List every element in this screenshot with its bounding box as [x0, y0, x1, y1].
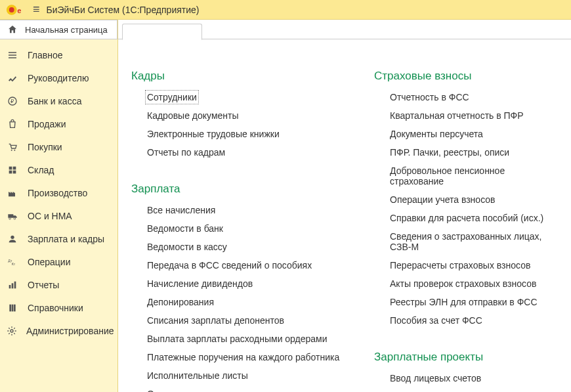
home-tab[interactable]: Начальная страница	[0, 20, 117, 39]
sidebar-item-0[interactable]: Главное	[0, 43, 117, 66]
sidebar-item-11[interactable]: Справочники	[0, 296, 117, 319]
truck-icon	[7, 210, 18, 222]
dtkt-icon: ДтКт	[7, 256, 18, 268]
sidebar-item-label: Операции	[28, 257, 71, 267]
gear-icon	[7, 325, 17, 337]
sidebar-item-label: Главное	[28, 50, 63, 60]
svg-point-1	[9, 7, 14, 12]
svg-rect-16	[9, 285, 11, 288]
menu-link[interactable]: Добровольное пенсионное страхование	[390, 165, 558, 186]
svg-text:e: e	[17, 6, 21, 14]
menu-link[interactable]: Передача в ФСС сведений о пособиях	[147, 260, 312, 271]
menu-link[interactable]: Ведомости в банк	[147, 223, 223, 234]
svg-rect-8	[13, 166, 16, 169]
svg-rect-17	[12, 283, 14, 288]
menu-link[interactable]: Сотрудники	[147, 92, 197, 102]
trend-icon	[7, 72, 18, 84]
bag-icon	[7, 118, 18, 130]
menu-link[interactable]: Сведения о застрахованных лицах, СЗВ-М	[390, 231, 558, 252]
svg-point-5	[11, 149, 12, 150]
sidebar-item-10[interactable]: Отчеты	[0, 273, 117, 296]
sidebar-item-label: ОС и НМА	[28, 211, 72, 221]
person-icon	[7, 233, 18, 245]
svg-point-11	[9, 217, 11, 219]
svg-text:Кт: Кт	[12, 262, 16, 266]
menu-link[interactable]: Перерасчеты страховых взносов	[390, 260, 530, 271]
menu-link[interactable]: Депонирования	[147, 297, 214, 307]
svg-point-12	[14, 217, 16, 219]
menu-link[interactable]: Пособия за счет ФСС	[390, 315, 482, 326]
chart-icon	[7, 279, 18, 291]
sidebar-item-label: Зарплата и кадры	[28, 234, 104, 244]
main-menu-icon[interactable]: ≡	[33, 3, 40, 16]
svg-point-13	[11, 235, 14, 238]
menu-link[interactable]: Ведомости в кассу	[147, 242, 227, 252]
menu-link[interactable]: Отчеты по кадрам	[147, 147, 225, 158]
sidebar-item-1[interactable]: Руководителю	[0, 66, 117, 89]
sidebar-item-5[interactable]: Склад	[0, 158, 117, 181]
app-title: БиЭйчБи Систем (1С:Предприятие)	[47, 5, 200, 15]
sidebar-item-label: Склад	[28, 165, 54, 175]
svg-rect-18	[14, 281, 16, 288]
sidebar-item-6[interactable]: Производство	[0, 181, 117, 204]
ruble-icon: ₽	[7, 95, 18, 107]
sidebar-item-label: Руководителю	[28, 73, 89, 83]
factory-icon	[7, 187, 18, 199]
main-area: Кадры СотрудникиКадровые документыЭлектр…	[118, 20, 571, 392]
section-vznosy[interactable]: Страховые взносы	[374, 70, 558, 83]
menu-link[interactable]: Списания зарплаты депонентов	[147, 315, 284, 326]
logo-1c-icon: e	[5, 3, 26, 17]
sidebar-item-8[interactable]: Зарплата и кадры	[0, 227, 117, 250]
menu-icon	[7, 49, 18, 61]
home-tab-label: Начальная страница	[25, 25, 108, 35]
menu-link[interactable]: Электронные трудовые книжки	[147, 129, 280, 139]
sidebar-item-label: Справочники	[28, 303, 83, 313]
sidebar-item-4[interactable]: Покупки	[0, 135, 117, 158]
section-zarplata[interactable]: Зарплата	[131, 183, 348, 196]
home-icon	[7, 24, 18, 35]
sidebar-item-3[interactable]: Продажи	[0, 112, 117, 135]
menu-link[interactable]: Справки для расчета пособий (исх.)	[390, 213, 543, 223]
menu-link[interactable]: Ввод лицевых счетов	[390, 373, 481, 383]
menu-link[interactable]: Реестры ЭЛН для отправки в ФСС	[390, 297, 538, 307]
svg-rect-9	[9, 170, 12, 173]
svg-rect-21	[14, 304, 16, 311]
sidebar-item-label: Банк и касса	[28, 96, 81, 106]
menu-link[interactable]: Кадровые документы	[147, 110, 239, 121]
svg-rect-19	[9, 304, 11, 311]
sidebar-item-7[interactable]: ОС и НМА	[0, 204, 117, 227]
menu-link[interactable]: Операции учета взносов	[390, 194, 496, 205]
tab-strip	[118, 20, 571, 39]
sidebar-item-9[interactable]: ДтКтОперации	[0, 250, 117, 273]
menu-link[interactable]: Выплата зарплаты расходными ордерами	[147, 334, 328, 344]
svg-rect-10	[13, 170, 16, 173]
menu-link[interactable]: Начисление дивидендов	[147, 278, 253, 289]
menu-link[interactable]: Все начисления	[147, 205, 215, 215]
menu-link[interactable]: ПФР. Пачки, реестры, описи	[390, 147, 509, 158]
svg-rect-7	[9, 166, 12, 169]
sidebar-item-label: Покупки	[28, 142, 62, 152]
titlebar: e ≡ БиЭйчБи Систем (1С:Предприятие)	[0, 0, 571, 20]
svg-point-6	[14, 149, 15, 150]
menu-link[interactable]: Платежные поручения на каждого работника	[147, 352, 339, 362]
books-icon	[7, 302, 18, 314]
sidebar-item-label: Администрирование	[26, 326, 114, 336]
menu-link[interactable]: Отчеты по зарплате	[147, 389, 233, 392]
menu-link[interactable]: Отчетность в ФСС	[390, 92, 469, 102]
sidebar-item-12[interactable]: Администрирование	[0, 319, 117, 342]
sidebar-item-label: Продажи	[28, 119, 66, 129]
svg-rect-20	[12, 304, 14, 311]
section-kadry[interactable]: Кадры	[131, 70, 348, 83]
menu-link[interactable]: Исполнительные листы	[147, 370, 248, 381]
sidebar-item-label: Отчеты	[28, 280, 59, 290]
sidebar-item-2[interactable]: ₽Банк и касса	[0, 89, 117, 112]
section-projects[interactable]: Зарплатные проекты	[374, 351, 558, 364]
menu-link[interactable]: Акты проверок страховых взносов	[390, 278, 536, 289]
menu-link[interactable]: Квартальная отчетность в ПФР	[390, 110, 524, 121]
menu-link[interactable]: Документы персучета	[390, 129, 483, 139]
svg-text:₽: ₽	[11, 98, 14, 104]
boxes-icon	[7, 164, 18, 176]
svg-point-22	[11, 330, 13, 332]
sidebar-item-label: Производство	[28, 188, 87, 198]
sidebar: Начальная страница ГлавноеРуководителю₽Б…	[0, 20, 118, 392]
